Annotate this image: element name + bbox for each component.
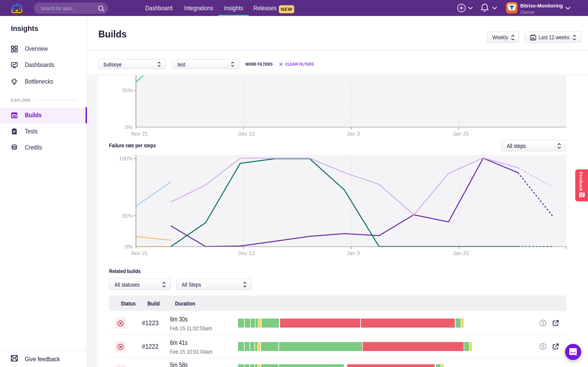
- svg-text:Jan 3: Jan 3: [347, 250, 360, 256]
- svg-text:Nov 21: Nov 21: [131, 250, 148, 256]
- svg-text:35%: 35%: [122, 213, 132, 219]
- svg-text:Dec 12: Dec 12: [238, 131, 255, 137]
- svg-text:Nov 21: Nov 21: [131, 131, 148, 137]
- svg-text:0%: 0%: [125, 244, 132, 250]
- svg-text:100%: 100%: [119, 156, 132, 162]
- svg-text:Jan 3: Jan 3: [347, 131, 360, 137]
- svg-text:0%: 0%: [125, 124, 132, 130]
- svg-text:35%: 35%: [122, 87, 132, 93]
- svg-text:Jan 25: Jan 25: [453, 250, 469, 256]
- svg-text:Jan 25: Jan 25: [453, 131, 469, 137]
- svg-text:Dec 12: Dec 12: [238, 250, 255, 256]
